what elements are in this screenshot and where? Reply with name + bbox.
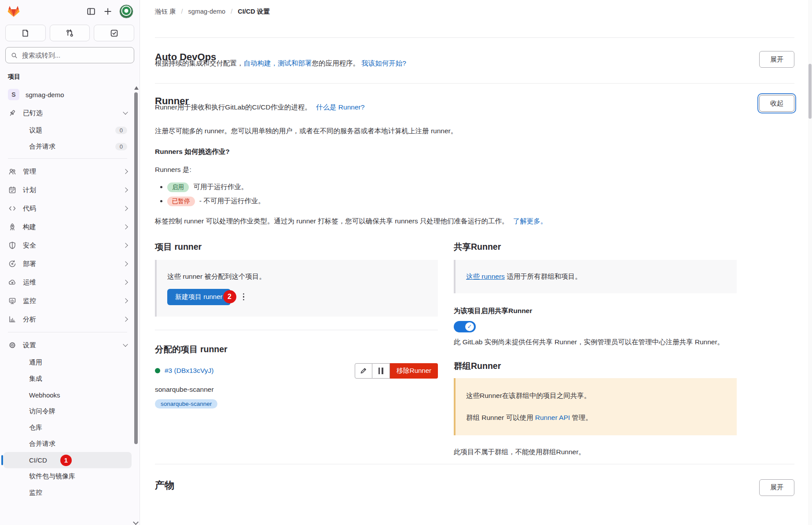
sidebar-item-merge-requests[interactable]: 合并请求 0 [4, 139, 132, 155]
artifacts-expand-button[interactable]: 展开 [759, 479, 794, 496]
divider [8, 332, 127, 332]
list-item: 已暂停 - 不可用于运行作业。 [167, 197, 794, 206]
sidebar-scrollbar[interactable] [134, 86, 138, 525]
group-runners-line2: 群组 Runner 可以使用 Runner API 管理。 [466, 412, 726, 423]
project-runners-box: 这些 runner 被分配到这个项目。 新建项目 runner 2 [155, 260, 438, 316]
artifacts-title: 产物 [155, 479, 174, 492]
runner-id-link[interactable]: #3 (DBx13cVyJ) [165, 367, 213, 375]
sidebar-item-monitor-settings[interactable]: 监控 [4, 485, 132, 501]
runner-section: Runner 收起 Runner用于接收和执行GitLab的CI/CD作业的进程… [155, 95, 794, 457]
sidebar-item-pinned[interactable]: 已钉选 [4, 104, 132, 122]
artifacts-section: 产物 展开 作业完成后保存的文件和目录的归档，只可能保留一段时间。 [155, 479, 794, 503]
sidebar-item-manage[interactable]: 管理 [4, 162, 132, 181]
search-box[interactable] [5, 47, 134, 63]
what-is-runner-link[interactable]: 什么是 Runner? [316, 103, 364, 111]
pause-runner-button[interactable] [372, 363, 390, 379]
breadcrumb-project[interactable]: sgmag-demo [188, 8, 226, 15]
chevron-right-icon [123, 243, 128, 248]
sidebar-item-plan[interactable]: 计划 [4, 181, 132, 199]
runner-api-link[interactable]: Runner API [535, 414, 570, 421]
sidebar-item-integrations[interactable]: 集成 [4, 371, 132, 387]
auto-devops-section: Auto DevOps 展开 根据持续的集成和交付配置，自动构建，测试和部署您的… [155, 51, 794, 68]
chevron-down-icon [123, 342, 128, 346]
sidebar-item-build[interactable]: 构建 [4, 218, 132, 236]
runner-online-dot [155, 368, 160, 373]
how-to-start-link[interactable]: 我该如何开始? [361, 59, 406, 67]
runners-are-label: Runners 是: [155, 164, 794, 175]
sidebar-item-packages[interactable]: 软件包与镜像库 [4, 468, 132, 485]
sidebar-item-webhooks[interactable]: Webhooks [4, 387, 132, 403]
learn-more-link[interactable]: 了解更多。 [513, 217, 547, 225]
runner-how-title: Runners 如何挑选作业? [155, 147, 794, 157]
remove-runner-button[interactable]: 移除Runner [390, 363, 438, 379]
sidebar-toggle-icon[interactable] [86, 6, 96, 17]
count-badge: 0 [115, 143, 127, 150]
marker-badge-1: 1 [60, 455, 72, 466]
scroll-up-arrow-icon[interactable] [134, 86, 139, 90]
paused-badge: 已暂停 [167, 197, 195, 206]
no-group-note: 此项目不属于群组，不能使用群组Runner。 [454, 447, 737, 457]
todos-shortcut-button[interactable] [94, 25, 134, 41]
user-avatar[interactable] [119, 4, 133, 18]
sidebar-item-project[interactable]: S sgmag-demo [4, 85, 132, 104]
runner-register-note: 注册尽可能多的 runner。您可以用单独的用户，或者在不同的服务器或者本地计算… [155, 126, 794, 136]
sidebar-topbar [0, 0, 140, 22]
search-input[interactable] [21, 51, 129, 59]
breadcrumb-separator: / [231, 8, 232, 15]
monitor-icon [8, 297, 17, 305]
these-runners-link[interactable]: 这些 runners [466, 273, 505, 280]
auto-build-link[interactable]: 自动构建，测试和部署 [244, 59, 312, 67]
issues-shortcut-button[interactable] [5, 25, 46, 41]
runner-tag-badge: sonarqube-scanner [155, 399, 217, 408]
merge-request-shortcut-button[interactable] [50, 25, 90, 41]
pause-icon [378, 368, 383, 374]
auto-devops-expand-button[interactable]: 展开 [759, 51, 794, 68]
gitlab-logo-icon[interactable] [7, 5, 20, 18]
sidebar-item-secure[interactable]: 安全 [4, 236, 132, 255]
calendar-icon [8, 186, 17, 194]
breadcrumb-user[interactable]: 瀚钰 康 [155, 7, 176, 16]
list-item: 启用 可用于运行作业。 [167, 182, 794, 192]
sidebar-item-access-tokens[interactable]: 访问令牌 [4, 403, 132, 419]
sidebar-item-cicd[interactable]: CI/CD 1 [4, 452, 132, 468]
deploy-icon [8, 260, 17, 268]
sidebar-item-general[interactable]: 通用 [4, 354, 132, 371]
shared-runners-toggle[interactable]: ✓ [454, 321, 476, 332]
sidebar-item-monitor[interactable]: 监控 [4, 292, 132, 310]
sidebar-item-analyze[interactable]: 分析 [4, 310, 132, 328]
scroll-down-arrow-icon[interactable] [133, 519, 139, 525]
window-scrollbar-thumb[interactable] [808, 64, 812, 119]
new-project-runner-button[interactable]: 新建项目 runner 2 [167, 289, 231, 305]
runner-collapse-button[interactable]: 收起 [759, 95, 794, 112]
shared-runners-box: 这些 runners 适用于所有群组和项目。 [454, 260, 737, 293]
sidebar-item-merge-requests-settings[interactable]: 合并请求 [4, 436, 132, 452]
kebab-menu-icon[interactable] [241, 292, 246, 303]
chevron-down-icon [123, 109, 128, 114]
pinned-label: 已钉选 [23, 109, 43, 117]
sidebar-item-repository[interactable]: 仓库 [4, 419, 132, 436]
sidebar-item-code[interactable]: 代码 [4, 199, 132, 218]
users-icon [8, 168, 17, 175]
cloud-icon [8, 278, 17, 286]
project-runners-title: 项目 runner [155, 241, 438, 253]
gear-icon [8, 341, 17, 349]
runner-states-list: 启用 可用于运行作业。 已暂停 - 不可用于运行作业。 [155, 182, 794, 206]
chevron-right-icon [123, 206, 128, 211]
breadcrumb-separator: / [181, 8, 183, 15]
scrollbar-thumb[interactable] [134, 92, 138, 444]
sidebar-item-operate[interactable]: 运维 [4, 273, 132, 292]
sidebar: 项目 S sgmag-demo 已钉选 议题 0 合并请求 0 [0, 0, 140, 525]
sidebar-item-settings[interactable]: 设置 [4, 336, 132, 354]
divider [155, 83, 794, 84]
chevron-right-icon [123, 187, 128, 192]
window-scrollbar[interactable] [808, 0, 812, 525]
enable-shared-runners-label: 为该项目启用共享Runner [454, 306, 737, 316]
marker-badge-2: 2 [223, 290, 236, 303]
breadcrumb: 瀚钰 康 / sgmag-demo / CI/CD 设置 [140, 0, 812, 23]
enabled-badge: 启用 [167, 182, 189, 192]
edit-runner-button[interactable] [355, 363, 372, 379]
shared-runners-note: 这些 runners 适用于所有群组和项目。 [466, 271, 726, 281]
plus-icon[interactable] [103, 6, 113, 17]
sidebar-item-deploy[interactable]: 部署 [4, 255, 132, 273]
sidebar-item-issues[interactable]: 议题 0 [4, 122, 132, 139]
